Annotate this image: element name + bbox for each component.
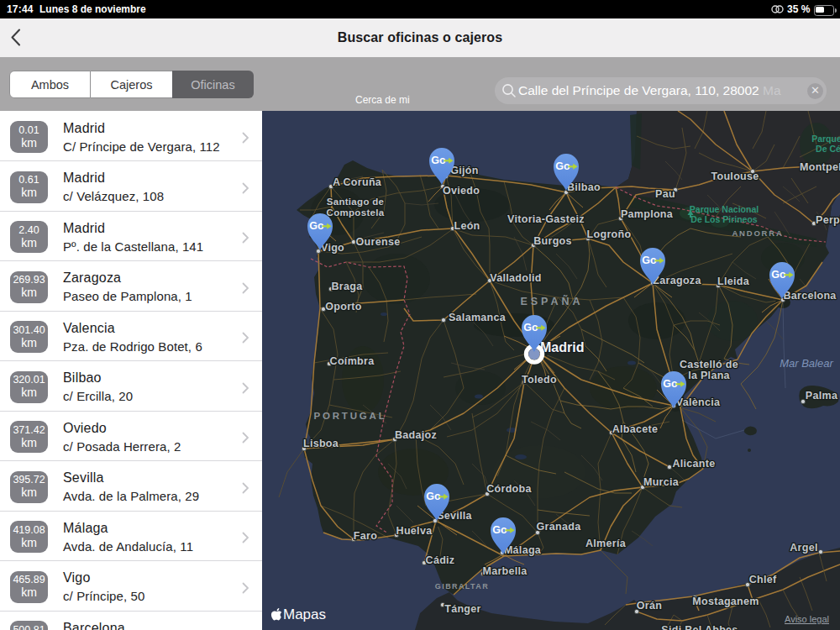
svg-text:València: València [676, 396, 721, 408]
svg-text:De Cé: De Cé [816, 144, 840, 154]
svg-text:Ourense: Ourense [356, 236, 401, 248]
svg-text:Castelló de: Castelló de [680, 359, 738, 370]
svg-text:Málaga: Málaga [504, 544, 542, 556]
svg-text:Montpelli: Montpelli [800, 161, 840, 173]
svg-text:Lleida: Lleida [717, 276, 750, 287]
svg-text:GIBRALTAR: GIBRALTAR [435, 582, 489, 591]
svg-text:Madrid: Madrid [540, 340, 584, 354]
svg-text:Parque Nacional: Parque Nacional [690, 204, 759, 214]
svg-text:Coímbra: Coímbra [330, 355, 375, 367]
svg-text:ANDORRA: ANDORRA [732, 228, 783, 238]
svg-text:Granada: Granada [537, 521, 582, 533]
svg-text:Pamplona: Pamplona [621, 208, 674, 220]
svg-text:Gijón: Gijón [450, 165, 478, 176]
svg-text:Parque: Parque [811, 134, 840, 144]
svg-text:Compostela: Compostela [327, 207, 385, 218]
svg-text:Chlef: Chlef [749, 574, 777, 585]
svg-text:Oviedo: Oviedo [443, 185, 480, 197]
svg-text:Santiago de: Santiago de [327, 197, 384, 207]
svg-text:Toulouse: Toulouse [711, 171, 759, 182]
svg-text:Mostaganem: Mostaganem [692, 596, 759, 607]
svg-text:Orán: Orán [637, 600, 662, 612]
svg-text:Oporto: Oporto [325, 301, 362, 312]
svg-text:Vitoria-Gasteiz: Vitoria-Gasteiz [507, 213, 585, 225]
svg-text:Mar Balear: Mar Balear [780, 357, 833, 370]
svg-text:Toledo: Toledo [522, 374, 557, 386]
svg-text:Marbella: Marbella [482, 565, 528, 577]
svg-text:Barcelona: Barcelona [783, 290, 837, 302]
svg-text:Lisboa: Lisboa [303, 438, 339, 449]
svg-text:Argel: Argel [790, 542, 817, 554]
svg-text:Tánger: Tánger [444, 603, 480, 615]
svg-text:Albacete: Albacete [612, 423, 659, 435]
svg-text:Salamanca: Salamanca [449, 312, 507, 323]
svg-text:Palma: Palma [806, 390, 838, 402]
svg-text:Huelva: Huelva [396, 525, 433, 537]
svg-text:Faro: Faro [354, 530, 377, 542]
svg-text:A Coruña: A Coruña [333, 176, 382, 188]
svg-text:Zaragoza: Zaragoza [653, 275, 701, 286]
svg-text:la Plana: la Plana [688, 370, 730, 381]
svg-text:De Los Pirineos: De Los Pirineos [690, 214, 758, 224]
svg-text:Valladolid: Valladolid [490, 272, 541, 284]
svg-text:Almería: Almería [585, 538, 627, 549]
svg-text:Perpi: Perpi [816, 214, 840, 226]
svg-text:ESPAÑA: ESPAÑA [520, 295, 583, 307]
svg-text:Logroño: Logroño [587, 228, 632, 240]
svg-text:Alicante: Alicante [672, 458, 715, 470]
svg-text:Braga: Braga [332, 281, 364, 292]
svg-text:Burgos: Burgos [533, 235, 572, 247]
svg-text:Pau: Pau [655, 188, 675, 200]
svg-text:Bilbao: Bilbao [567, 181, 601, 193]
svg-text:León: León [454, 220, 480, 232]
svg-text:Badajoz: Badajoz [395, 429, 437, 441]
svg-text:Murcia: Murcia [643, 476, 680, 488]
svg-text:Sidi Bel Abbes: Sidi Bel Abbes [661, 624, 738, 630]
svg-text:Cádiz: Cádiz [426, 554, 455, 566]
svg-text:Córdoba: Córdoba [486, 483, 532, 495]
svg-text:PORTUGAL: PORTUGAL [314, 411, 387, 421]
